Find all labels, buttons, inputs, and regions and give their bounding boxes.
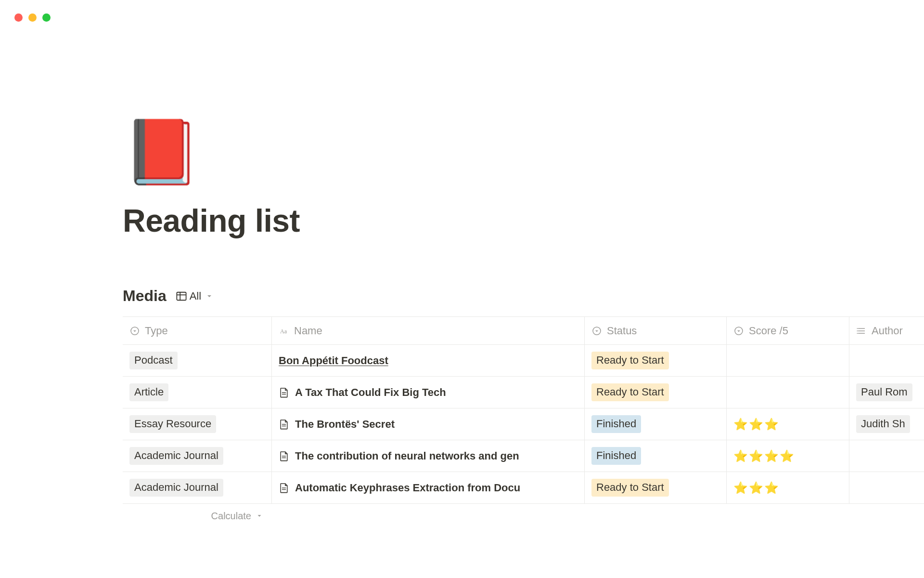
page-content: 📕 Reading list Media All Type A bbox=[123, 120, 924, 528]
column-header-label: Status bbox=[607, 325, 637, 337]
score-stars: ⭐⭐⭐ bbox=[733, 481, 780, 495]
cell-score[interactable]: ⭐⭐⭐⭐ bbox=[727, 440, 849, 472]
row-title: Automatic Keyphrases Extraction from Doc… bbox=[295, 482, 520, 494]
column-header-score[interactable]: Score /5 bbox=[727, 317, 849, 344]
multiselect-property-icon bbox=[856, 326, 867, 336]
cell-name[interactable]: The Brontës' Secret bbox=[272, 408, 585, 440]
cell-score[interactable]: ⭐⭐⭐ bbox=[727, 408, 849, 440]
cell-score[interactable] bbox=[727, 345, 849, 376]
type-tag: Academic Journal bbox=[129, 447, 223, 465]
cell-score[interactable] bbox=[727, 377, 849, 408]
page-doc-icon bbox=[279, 483, 289, 493]
type-tag: Academic Journal bbox=[129, 479, 223, 497]
svg-text:Aa: Aa bbox=[280, 328, 287, 335]
cell-type[interactable]: Academic Journal bbox=[123, 440, 272, 472]
cell-type[interactable]: Podcast bbox=[123, 345, 272, 376]
table-row[interactable]: ArticleA Tax That Could Fix Big TechRead… bbox=[123, 377, 924, 408]
cell-score[interactable]: ⭐⭐⭐ bbox=[727, 472, 849, 503]
minimize-window-button[interactable] bbox=[28, 13, 37, 22]
cell-type[interactable]: Academic Journal bbox=[123, 472, 272, 503]
cell-status[interactable]: Ready to Start bbox=[585, 345, 727, 376]
cell-author[interactable] bbox=[849, 345, 924, 376]
cell-name[interactable]: A Tax That Could Fix Big Tech bbox=[272, 377, 585, 408]
view-name: All bbox=[190, 290, 201, 302]
table-row[interactable]: PodcastBon Appétit FoodcastReady to Star… bbox=[123, 345, 924, 377]
table-row[interactable]: Academic JournalAutomatic Keyphrases Ext… bbox=[123, 472, 924, 504]
cell-status[interactable]: Ready to Start bbox=[585, 472, 727, 503]
window-controls bbox=[14, 13, 51, 22]
column-header-type[interactable]: Type bbox=[123, 317, 272, 344]
column-header-label: Name bbox=[294, 325, 322, 337]
database-header: Media All bbox=[123, 287, 924, 305]
cell-name[interactable]: Bon Appétit Foodcast bbox=[272, 345, 585, 376]
svg-rect-0 bbox=[177, 292, 186, 300]
type-tag: Article bbox=[129, 383, 168, 401]
score-stars: ⭐⭐⭐ bbox=[733, 418, 780, 431]
author-tag: Judith Sh bbox=[856, 415, 910, 433]
chevron-down-icon bbox=[254, 511, 265, 521]
chevron-down-icon bbox=[204, 291, 215, 302]
row-title: Bon Appétit Foodcast bbox=[279, 355, 388, 367]
table-row[interactable]: Essay ResourceThe Brontës' SecretFinishe… bbox=[123, 408, 924, 440]
view-switcher[interactable]: All bbox=[176, 290, 215, 302]
cell-status[interactable]: Finished bbox=[585, 408, 727, 440]
cell-name[interactable]: The contribution of neural networks and … bbox=[272, 440, 585, 472]
row-title: The contribution of neural networks and … bbox=[295, 450, 519, 462]
calculate-label: Calculate bbox=[211, 511, 251, 522]
table-header-row: Type Aa Name Status Score /5 bbox=[123, 317, 924, 345]
score-stars: ⭐⭐⭐⭐ bbox=[733, 449, 795, 463]
maximize-window-button[interactable] bbox=[42, 13, 51, 22]
row-title: The Brontës' Secret bbox=[295, 418, 395, 431]
status-tag: Ready to Start bbox=[591, 479, 669, 497]
status-tag: Finished bbox=[591, 415, 641, 433]
cell-author[interactable] bbox=[849, 440, 924, 472]
column-header-label: Score /5 bbox=[749, 325, 788, 337]
select-property-icon bbox=[733, 326, 744, 336]
column-header-name[interactable]: Aa Name bbox=[272, 317, 585, 344]
cell-name[interactable]: Automatic Keyphrases Extraction from Doc… bbox=[272, 472, 585, 503]
database-title[interactable]: Media bbox=[123, 287, 167, 305]
type-tag: Podcast bbox=[129, 352, 178, 369]
cell-author[interactable] bbox=[849, 472, 924, 503]
database-table: Type Aa Name Status Score /5 bbox=[123, 316, 924, 528]
svg-point-11 bbox=[857, 330, 858, 331]
cell-type[interactable]: Article bbox=[123, 377, 272, 408]
type-tag: Essay Resource bbox=[129, 415, 216, 433]
row-title: A Tax That Could Fix Big Tech bbox=[295, 386, 446, 399]
page-doc-icon bbox=[279, 419, 289, 430]
column-header-label: Type bbox=[145, 325, 168, 337]
title-property-icon: Aa bbox=[279, 326, 289, 336]
close-window-button[interactable] bbox=[14, 13, 23, 22]
page-title[interactable]: Reading list bbox=[123, 202, 924, 239]
page-icon[interactable]: 📕 bbox=[123, 120, 924, 183]
page-doc-icon bbox=[279, 387, 289, 398]
status-tag: Ready to Start bbox=[591, 352, 669, 369]
select-property-icon bbox=[129, 326, 140, 336]
page-doc-icon bbox=[279, 451, 289, 461]
column-header-author[interactable]: Author bbox=[849, 317, 924, 344]
table-calculate-row: Calculate bbox=[123, 504, 924, 528]
table-row[interactable]: Academic JournalThe contribution of neur… bbox=[123, 440, 924, 472]
calculate-button[interactable]: Calculate bbox=[123, 511, 272, 522]
svg-point-12 bbox=[857, 333, 858, 334]
cell-author[interactable]: Judith Sh bbox=[849, 408, 924, 440]
column-header-label: Author bbox=[872, 325, 903, 337]
author-tag: Paul Rom bbox=[856, 383, 912, 401]
cell-type[interactable]: Essay Resource bbox=[123, 408, 272, 440]
cell-author[interactable]: Paul Rom bbox=[849, 377, 924, 408]
status-tag: Ready to Start bbox=[591, 383, 669, 401]
status-tag: Finished bbox=[591, 447, 641, 465]
table-view-icon bbox=[176, 291, 187, 302]
select-property-icon bbox=[591, 326, 602, 336]
cell-status[interactable]: Finished bbox=[585, 440, 727, 472]
column-header-status[interactable]: Status bbox=[585, 317, 727, 344]
cell-status[interactable]: Ready to Start bbox=[585, 377, 727, 408]
svg-point-10 bbox=[857, 328, 858, 329]
